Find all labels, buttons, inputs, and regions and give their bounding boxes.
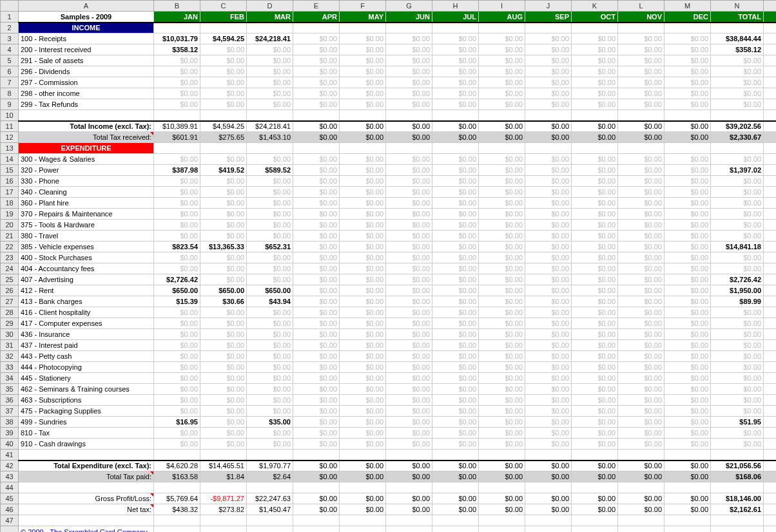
cell[interactable]: $0.00 [432, 362, 479, 373]
cell[interactable]: $0.00 [386, 351, 432, 362]
cell[interactable]: $0.00 [293, 77, 340, 88]
cell[interactable]: $0.00 [664, 263, 711, 274]
cell[interactable]: $0.00 [664, 362, 711, 373]
cell[interactable]: $0.00 [618, 165, 664, 176]
cell[interactable]: $358.12 [764, 44, 777, 55]
cell[interactable]: $0.00 [711, 318, 764, 329]
cell[interactable]: $0.00 [479, 209, 525, 220]
cell[interactable]: $0.00 [618, 132, 664, 143]
row-header-6[interactable]: 6 [1, 66, 19, 77]
cell[interactable]: $0.00 [764, 154, 777, 165]
cell[interactable]: $0.00 [664, 461, 711, 471]
cell[interactable]: $0.00 [154, 99, 200, 110]
cell[interactable]: $0.00 [293, 471, 340, 482]
row-header-47[interactable]: 47 [1, 515, 19, 526]
cell[interactable]: $823.54 [154, 242, 200, 252]
cell[interactable]: $0.00 [200, 439, 247, 450]
cell[interactable]: $0.00 [154, 351, 200, 362]
cell[interactable]: $0.00 [386, 88, 432, 99]
cell[interactable]: $0.00 [386, 165, 432, 176]
cell[interactable]: $0.00 [479, 340, 525, 351]
cell[interactable]: $0.00 [247, 340, 293, 351]
cell[interactable]: $0.00 [525, 296, 572, 307]
cell[interactable]: $0.00 [386, 362, 432, 373]
cell[interactable]: $0.00 [340, 263, 386, 274]
cell[interactable]: $0.00 [525, 340, 572, 351]
cell[interactable]: $0.00 [525, 263, 572, 274]
cell[interactable]: $0.00 [293, 362, 340, 373]
cell[interactable]: $1,950.00 [711, 285, 764, 296]
cell[interactable]: $0.00 [340, 307, 386, 318]
cell[interactable]: $0.00 [479, 165, 525, 176]
row-header-43[interactable]: 43 [1, 471, 19, 482]
cell[interactable]: $0.00 [479, 439, 525, 450]
cell[interactable]: $0.00 [386, 77, 432, 88]
cell[interactable]: $0.00 [154, 263, 200, 274]
cell[interactable]: $0.00 [386, 285, 432, 296]
cell[interactable]: $0.00 [293, 274, 340, 285]
cell[interactable]: $0.00 [618, 66, 664, 77]
cell[interactable]: $0.00 [764, 55, 777, 66]
cell[interactable]: $0.00 [340, 274, 386, 285]
cell[interactable]: $0.00 [618, 77, 664, 88]
cell[interactable]: $0.00 [572, 77, 618, 88]
cell[interactable]: $0.00 [664, 285, 711, 296]
cell[interactable]: $0.00 [618, 121, 664, 132]
cell[interactable]: $4,594.25 [200, 121, 247, 132]
cell[interactable]: $0.00 [664, 121, 711, 132]
cell[interactable]: $0.00 [432, 44, 479, 55]
cell[interactable]: $0.00 [432, 285, 479, 296]
cell[interactable]: $0.00 [711, 187, 764, 198]
cell[interactable]: $0.00 [525, 242, 572, 252]
cell[interactable]: $0.00 [764, 406, 777, 417]
cell[interactable]: $0.00 [479, 263, 525, 274]
cell[interactable]: $0.00 [618, 461, 664, 471]
cell[interactable]: $0.00 [386, 373, 432, 384]
cell[interactable]: $0.00 [293, 121, 340, 132]
cell[interactable]: $0.00 [247, 220, 293, 231]
cell[interactable]: $0.00 [572, 417, 618, 428]
cell[interactable]: $0.00 [200, 274, 247, 285]
cell[interactable]: $0.00 [764, 176, 777, 187]
cell[interactable]: $0.00 [618, 471, 664, 482]
row-header-41[interactable]: 41 [1, 450, 19, 461]
cell[interactable]: $275.65 [200, 132, 247, 143]
cell[interactable]: $0.00 [572, 242, 618, 252]
cell[interactable]: $0.00 [664, 439, 711, 450]
cell[interactable]: $0.00 [293, 504, 340, 515]
cell[interactable]: $0.00 [432, 504, 479, 515]
cell[interactable]: $0.00 [479, 307, 525, 318]
cell[interactable]: $0.00 [572, 373, 618, 384]
cell[interactable]: $0.00 [200, 340, 247, 351]
cell[interactable]: $0.00 [386, 274, 432, 285]
cell[interactable]: $2,162.61 [764, 504, 777, 515]
cell[interactable]: $0.00 [386, 395, 432, 406]
cell[interactable]: $0.00 [154, 154, 200, 165]
cell[interactable]: $0.00 [479, 351, 525, 362]
cell[interactable]: $0.00 [340, 318, 386, 329]
cell[interactable]: $0.00 [711, 395, 764, 406]
cell[interactable]: $22,247.63 [247, 493, 293, 504]
cell[interactable]: $0.00 [618, 198, 664, 209]
cell[interactable]: $0.00 [247, 176, 293, 187]
col-header-O[interactable]: O [764, 1, 777, 12]
cell[interactable]: $0.00 [432, 220, 479, 231]
row-header-34[interactable]: 34 [1, 373, 19, 384]
cell[interactable]: $0.00 [293, 351, 340, 362]
cell[interactable]: $89.99 [711, 296, 764, 307]
col-header-E[interactable]: E [293, 1, 340, 12]
cell[interactable]: $168.06 [764, 471, 777, 482]
row-header-38[interactable]: 38 [1, 417, 19, 428]
cell[interactable]: $0.00 [432, 198, 479, 209]
cell[interactable]: $438.32 [154, 504, 200, 515]
row-header-19[interactable]: 19 [1, 209, 19, 220]
cell[interactable]: $0.00 [764, 318, 777, 329]
cell[interactable]: $0.00 [432, 165, 479, 176]
col-header-N[interactable]: N [711, 1, 764, 12]
row-header-45[interactable]: 45 [1, 493, 19, 504]
cell[interactable]: $0.00 [293, 88, 340, 99]
cell[interactable]: $0.00 [154, 252, 200, 263]
cell[interactable]: $0.00 [711, 340, 764, 351]
cell[interactable]: $0.00 [340, 187, 386, 198]
cell[interactable]: $0.00 [340, 504, 386, 515]
